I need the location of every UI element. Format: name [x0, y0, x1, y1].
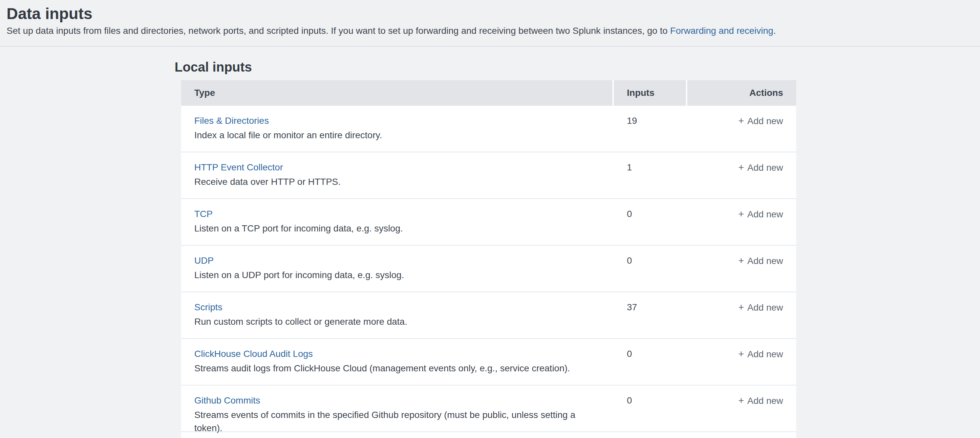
page-title: Data inputs [6, 5, 980, 23]
add-new-label: Add new [747, 256, 783, 266]
actions-cell: +Add new [687, 245, 796, 291]
page-subtitle: Set up data inputs from files and direct… [6, 25, 980, 37]
type-cell: ClickHouse Cloud Audit Logs Streams audi… [181, 339, 614, 385]
actions-cell: +Add new [687, 152, 796, 198]
forwarding-and-receiving-link[interactable]: Forwarding and receiving [670, 25, 773, 36]
inputs-count-cell: 37 [614, 292, 687, 338]
input-type-link[interactable]: HTTP Event Collector [194, 161, 283, 174]
input-type-description: Streams audit logs from ClickHouse Cloud… [194, 362, 601, 375]
content-area: Local inputs Type Inputs Actions Files &… [0, 59, 980, 438]
plus-icon: + [738, 161, 745, 174]
inputs-count-cell: 0 [614, 245, 687, 291]
inputs-count-cell: 0 [614, 199, 687, 245]
actions-cell: +Add new [687, 292, 796, 338]
column-header-actions: Actions [687, 80, 796, 106]
page-subtitle-text: Set up data inputs from files and direct… [6, 25, 670, 36]
actions-cell: +Add new [687, 106, 796, 152]
inputs-count-cell: 0 [614, 385, 687, 432]
input-type-description: Receive data over HTTP or HTTPS. [194, 175, 601, 188]
add-new-label: Add new [747, 396, 783, 406]
table-body: Files & Directories Index a local file o… [181, 106, 796, 432]
add-new-link[interactable]: +Add new [738, 349, 783, 359]
input-type-link[interactable]: ClickHouse Cloud Audit Logs [194, 347, 313, 360]
input-type-description: Streams events of commits in the specifi… [194, 408, 601, 435]
add-new-label: Add new [747, 349, 783, 359]
add-new-link[interactable]: +Add new [738, 256, 783, 266]
add-new-link[interactable]: +Add new [738, 116, 783, 126]
page-subtitle-period: . [773, 25, 776, 36]
input-type-description: Index a local file or monitor an entire … [194, 129, 601, 142]
table-row: Files & Directories Index a local file o… [181, 106, 796, 152]
plus-icon: + [738, 301, 745, 314]
type-cell: Github Commits Streams events of commits… [181, 385, 614, 432]
inputs-count-cell: 0 [614, 339, 687, 385]
local-inputs-table: Type Inputs Actions Files & Directories … [181, 80, 796, 438]
input-type-description: Listen on a UDP port for incoming data, … [194, 269, 601, 282]
inputs-count-cell: 1 [614, 152, 687, 198]
table-row: UDP Listen on a UDP port for incoming da… [181, 245, 796, 292]
section-title: Local inputs [175, 59, 980, 75]
table-row: ClickHouse Cloud Audit Logs Streams audi… [181, 339, 796, 385]
plus-icon: + [738, 114, 745, 127]
input-type-description: Run custom scripts to collect or generat… [194, 315, 601, 328]
plus-icon: + [738, 347, 745, 360]
input-type-link[interactable]: UDP [194, 254, 214, 267]
type-cell: Files & Directories Index a local file o… [181, 106, 614, 152]
input-type-link[interactable]: Scripts [194, 301, 223, 314]
add-new-link[interactable]: +Add new [738, 162, 783, 173]
plus-icon: + [738, 207, 745, 221]
add-new-label: Add new [747, 303, 783, 312]
actions-cell: +Add new [687, 385, 796, 432]
table-header-row: Type Inputs Actions [181, 80, 796, 106]
add-new-link[interactable]: +Add new [738, 209, 783, 219]
plus-icon: + [738, 394, 745, 407]
add-new-label: Add new [747, 116, 783, 126]
data-inputs-page: Data inputs Set up data inputs from file… [0, 0, 980, 438]
plus-icon: + [738, 254, 745, 267]
page-header: Data inputs Set up data inputs from file… [0, 0, 980, 47]
actions-cell: +Add new [687, 339, 796, 385]
add-new-link[interactable]: +Add new [738, 396, 783, 406]
table-row: TCP Listen on a TCP port for incoming da… [181, 199, 796, 245]
type-cell: TCP Listen on a TCP port for incoming da… [181, 199, 614, 245]
add-new-link[interactable]: +Add new [738, 303, 783, 312]
table-row: Scripts Run custom scripts to collect or… [181, 292, 796, 339]
input-type-link[interactable]: Files & Directories [194, 114, 269, 127]
table-row: Github Commits Streams events of commits… [181, 385, 796, 432]
column-header-inputs: Inputs [614, 80, 686, 106]
actions-cell: +Add new [687, 199, 796, 245]
inputs-count-cell: 19 [614, 106, 687, 152]
type-cell: HTTP Event Collector Receive data over H… [181, 152, 614, 198]
table-row: HTTP Event Collector Receive data over H… [181, 152, 796, 199]
input-type-link[interactable]: Github Commits [194, 394, 260, 407]
add-new-label: Add new [747, 209, 783, 219]
input-type-description: Listen on a TCP port for incoming data, … [194, 222, 601, 235]
add-new-label: Add new [747, 162, 783, 173]
type-cell: UDP Listen on a UDP port for incoming da… [181, 245, 614, 291]
type-cell: Scripts Run custom scripts to collect or… [181, 292, 614, 338]
input-type-link[interactable]: TCP [194, 207, 213, 221]
column-header-type: Type [181, 80, 612, 106]
